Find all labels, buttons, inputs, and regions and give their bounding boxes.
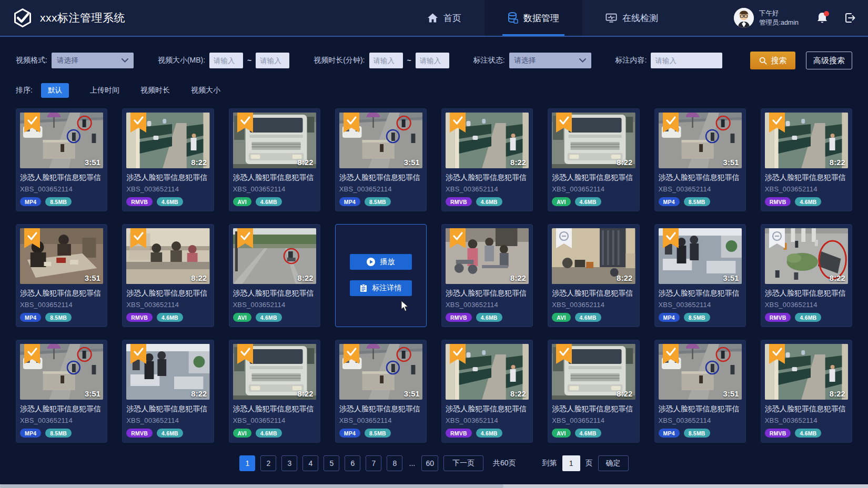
video-duration: 3:51 <box>723 158 739 167</box>
home-icon <box>427 13 438 23</box>
annotation-status-select[interactable]: 请选择 <box>509 53 591 68</box>
video-card[interactable]: 8:22涉恐人脸犯罪信息犯罪信XBS_003652114AVI4.6MB <box>229 340 320 443</box>
select-value: 请选择 <box>514 56 536 65</box>
nav-item-home[interactable]: 首页 <box>404 0 485 36</box>
next-page-button[interactable]: 下一页 <box>443 455 483 471</box>
logout-icon[interactable] <box>844 12 856 24</box>
card-hover-overlay: 播放标注详情 <box>350 254 412 296</box>
selected-checkbox[interactable] <box>130 228 146 248</box>
goto-suffix-label: 页 <box>586 459 593 468</box>
badge-row: RMVB4.6MB <box>446 197 529 206</box>
video-card[interactable]: 3:51涉恐人脸犯罪信息犯罪信XBS_003652114MP48.5MB <box>335 340 427 443</box>
nav-item-data-management[interactable]: 数据管理 <box>485 0 582 36</box>
video-card[interactable]: 8:22涉恐人脸犯罪信息犯罪信XBS_003652114AVI4.6MB <box>548 224 639 327</box>
page-button-60[interactable]: 60 <box>421 455 438 471</box>
video-card[interactable]: 8:22涉恐人脸犯罪信息犯罪信XBS_003652114RMVB4.6MB <box>122 108 214 211</box>
video-card[interactable]: 8:22涉恐人脸犯罪信息犯罪信XBS_003652114RMVB4.6MB <box>761 108 852 211</box>
video-format-select[interactable]: 请选择 <box>52 53 134 68</box>
page-button-8[interactable]: 8 <box>387 455 402 471</box>
selected-checkbox[interactable] <box>344 113 359 133</box>
video-size-min-input[interactable] <box>209 53 243 68</box>
page-button-4[interactable]: 4 <box>302 455 318 471</box>
notification-bell-icon[interactable] <box>816 12 828 24</box>
selected-checkbox[interactable] <box>450 228 466 248</box>
sort-option-default[interactable]: 默认 <box>41 83 69 98</box>
selected-checkbox[interactable] <box>24 344 40 364</box>
excluded-checkbox[interactable] <box>556 228 572 248</box>
nav-item-online-detection[interactable]: 在线检测 <box>582 0 681 36</box>
page-button-5[interactable]: 5 <box>324 455 339 471</box>
video-duration-min-input[interactable] <box>369 53 403 68</box>
size-badge: 4.6MB <box>256 313 282 322</box>
selected-checkbox[interactable] <box>769 344 785 364</box>
play-button[interactable]: 播放 <box>350 254 412 270</box>
greeting-text: 下午好 <box>759 8 799 18</box>
selected-checkbox[interactable] <box>556 344 572 364</box>
selected-checkbox[interactable] <box>24 228 40 248</box>
page-button-6[interactable]: 6 <box>345 455 360 471</box>
confirm-button[interactable]: 确定 <box>598 455 629 471</box>
sort-option-video-duration[interactable]: 视频时长 <box>140 86 170 95</box>
video-size-max-input[interactable] <box>256 53 289 68</box>
page-button-7[interactable]: 7 <box>366 455 381 471</box>
selected-checkbox[interactable] <box>663 344 679 364</box>
badge-row: MP48.5MB <box>659 197 742 206</box>
annotation-content-input[interactable] <box>651 53 722 68</box>
selected-checkbox[interactable] <box>663 113 679 133</box>
video-card[interactable]: 3:51涉恐人脸犯罪信息犯罪信XBS_003652114MP48.5MB <box>335 108 427 211</box>
video-thumbnail: 8:22 <box>126 228 209 284</box>
video-card[interactable]: 3:51涉恐人脸犯罪信息犯罪信XBS_003652114MP48.5MB <box>16 108 107 211</box>
selected-checkbox[interactable] <box>344 344 359 364</box>
video-duration: 8:22 <box>510 390 526 398</box>
annotation-detail-button[interactable]: 标注详情 <box>350 280 412 296</box>
video-card[interactable]: 8:22涉恐人脸犯罪信息犯罪信XBS_003652114AVI4.6MB <box>548 340 639 443</box>
selected-checkbox[interactable] <box>130 113 146 133</box>
selected-checkbox[interactable] <box>663 228 679 248</box>
excluded-checkbox[interactable] <box>769 228 785 248</box>
goto-prefix-label: 到第 <box>542 459 557 468</box>
video-card[interactable]: 8:22涉恐人脸犯罪信息犯罪信XBS_003652114RMVB4.6MB <box>441 340 533 443</box>
video-card[interactable]: 8:22涉恐人脸犯罪信息犯罪信XBS_003652114RMVB4.6MB <box>761 224 852 327</box>
video-card[interactable]: 8:22涉恐人脸犯罪信息犯罪信XBS_003652114AVI4.6MB <box>229 108 320 211</box>
video-card[interactable]: 3:51涉恐人脸犯罪信息犯罪信XBS_003652114MP48.5MB <box>16 340 107 443</box>
video-card[interactable]: 8:22涉恐人脸犯罪信息犯罪信XBS_003652114RMVB4.6MB <box>441 108 533 211</box>
selected-checkbox[interactable] <box>769 113 785 133</box>
video-title: 涉恐人脸犯罪信息犯罪信 <box>659 289 742 298</box>
video-card[interactable]: 3:51涉恐人脸犯罪信息犯罪信XBS_003652114MP48.5MB <box>654 108 746 211</box>
video-card[interactable]: 8:22涉恐人脸犯罪信息犯罪信XBS_003652114AVI4.6MB <box>548 108 639 211</box>
video-duration-max-input[interactable] <box>416 53 449 68</box>
video-card[interactable]: 3:51涉恐人脸犯罪信息犯罪信XBS_003652114MP48.5MB <box>654 340 746 443</box>
badge-row: AVI4.6MB <box>552 429 635 438</box>
advanced-search-button[interactable]: 高级搜索 <box>806 52 852 69</box>
selected-checkbox[interactable] <box>130 344 146 364</box>
avatar[interactable] <box>734 8 754 28</box>
video-card-hovered[interactable]: 播放标注详情 <box>335 224 427 327</box>
video-card[interactable]: 8:22涉恐人脸犯罪信息犯罪信XBS_003652114AVI4.6MB <box>229 224 320 327</box>
page-button-1[interactable]: 1 <box>239 455 255 471</box>
selected-checkbox[interactable] <box>450 113 466 133</box>
selected-checkbox[interactable] <box>556 113 572 133</box>
video-id: XBS_003652114 <box>446 185 529 193</box>
video-card[interactable]: 3:51涉恐人脸犯罪信息犯罪信XBS_003652114MP48.5MB <box>654 224 746 327</box>
page-button-2[interactable]: 2 <box>260 455 276 471</box>
video-card[interactable]: 8:22涉恐人脸犯罪信息犯罪信XBS_003652114RMVB4.6MB <box>122 340 214 443</box>
video-card[interactable]: 8:22涉恐人脸犯罪信息犯罪信XBS_003652114RMVB4.6MB <box>122 224 214 327</box>
page-button-3[interactable]: 3 <box>281 455 297 471</box>
format-badge: RMVB <box>126 429 153 438</box>
search-button[interactable]: 搜索 <box>750 52 795 69</box>
selected-checkbox[interactable] <box>237 113 253 133</box>
sort-option-upload-time[interactable]: 上传时间 <box>90 86 119 95</box>
selected-checkbox[interactable] <box>237 228 253 248</box>
filter-label: 视频格式: <box>16 56 47 65</box>
selected-checkbox[interactable] <box>450 344 466 364</box>
video-card[interactable]: 8:22涉恐人脸犯罪信息犯罪信XBS_003652114RMVB4.6MB <box>761 340 852 443</box>
goto-page-input[interactable] <box>562 455 580 471</box>
scrollbar-thumb[interactable] <box>0 484 503 488</box>
selected-checkbox[interactable] <box>24 113 40 133</box>
video-card[interactable]: 3:51涉恐人脸犯罪信息犯罪信XBS_003652114MP48.5MB <box>16 224 107 327</box>
selected-checkbox[interactable] <box>237 344 253 364</box>
format-badge: MP4 <box>20 313 41 322</box>
sort-option-video-size[interactable]: 视频大小 <box>191 86 220 95</box>
video-card[interactable]: 8:22涉恐人脸犯罪信息犯罪信XBS_003652114RMVB4.6MB <box>441 224 533 327</box>
horizontal-scrollbar[interactable] <box>0 484 868 488</box>
